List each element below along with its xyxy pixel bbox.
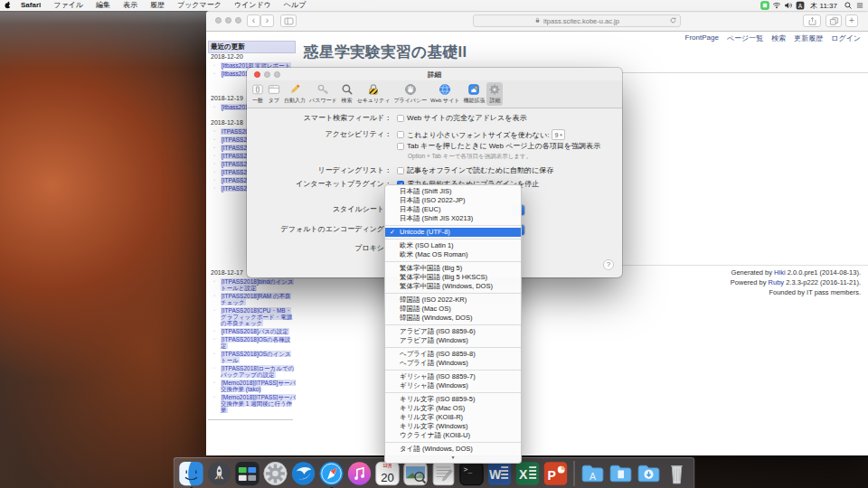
menu-item[interactable]: ウクライナ語 (KOI8-U) <box>385 431 521 440</box>
input-source-icon[interactable]: A <box>795 1 805 11</box>
menu-item[interactable]: 繁体字中国語 (Windows, DOS) <box>385 282 521 291</box>
page-nav-link[interactable]: FrontPage <box>685 33 719 43</box>
menu-item[interactable]: キリル文字 (Mac OS) <box>385 404 521 413</box>
pref-tab-security[interactable]: セキュリティ <box>355 82 392 106</box>
pref-tab-privacy[interactable]: プライバシー <box>392 82 429 106</box>
sidebar-link[interactable]: [ITPASS2018]bindのインストールと設定 <box>221 278 294 291</box>
forward-button[interactable]: › <box>260 14 274 27</box>
menu-item[interactable]: キリル文字 (Windows) <box>385 422 521 431</box>
smart-search-checkbox[interactable] <box>397 115 404 122</box>
menu-item[interactable]: ギリシャ語 (ISO 8859-7) <box>385 372 521 381</box>
menu-bar-item-3[interactable]: 表示 <box>117 1 144 9</box>
dock-safari-icon[interactable] <box>319 461 344 486</box>
spotlight-icon[interactable] <box>843 1 853 11</box>
menu-item[interactable]: キリル文字 (KOI8-R) <box>385 413 521 422</box>
pref-tab-advanced[interactable]: 詳細 <box>486 82 503 106</box>
sidebar-link[interactable]: [ITPASS2018]CPU・MB・グラフィックボード・電源の不良チェック <box>221 307 292 326</box>
menu-bar-item-7[interactable]: ヘルプ <box>278 1 313 9</box>
dock-finder-icon[interactable] <box>179 461 204 486</box>
dock-word-icon[interactable]: W <box>487 461 513 486</box>
share-button[interactable] <box>803 14 821 27</box>
dock-powerpoint-icon[interactable]: P <box>543 461 569 486</box>
close-button[interactable] <box>215 17 222 23</box>
dialog-minimize-button[interactable] <box>264 71 270 78</box>
menu-bar-item-4[interactable]: 履歴 <box>144 1 171 9</box>
menu-item[interactable]: 韓国語 (Mac OS) <box>385 305 521 314</box>
pref-tab-search[interactable]: 検索 <box>339 82 355 106</box>
menu-item[interactable]: タイ語 (Windows, DOS) <box>385 445 521 454</box>
menu-item[interactable]: ギリシャ語 (Windows) <box>385 381 521 390</box>
menu-bar-item-app[interactable]: Safari <box>14 1 47 9</box>
sidebar-link[interactable]: [Memo2018][ITPASS]サーバ交換作業 1 週間後に行う作業 <box>221 394 296 413</box>
dialog-zoom-button[interactable] <box>274 71 280 78</box>
menu-bar-item-2[interactable]: 編集 <box>90 1 117 9</box>
menu-item[interactable]: 繁体字中国語 (Big 5 HKSCS) <box>385 273 521 282</box>
reload-icon[interactable] <box>669 16 677 26</box>
menu-item[interactable]: アラビア語 (ISO 8859-6) <box>385 327 521 336</box>
pref-tab-websites[interactable]: Web サイト <box>429 82 461 106</box>
page-nav-link[interactable]: 検索 <box>771 33 786 43</box>
sidebar-link[interactable]: [ITPASS2018]RAM の不良チェック <box>221 293 291 305</box>
dock-folder-documents-icon[interactable] <box>609 461 634 486</box>
font-size-select[interactable]: 9▾ <box>552 129 564 140</box>
dock-textedit-icon[interactable] <box>431 461 457 486</box>
dock-folder-downloads-icon[interactable] <box>637 461 662 486</box>
dock-excel-icon[interactable]: X <box>515 461 541 486</box>
menu-item[interactable]: 韓国語 (ISO 2022-KR) <box>385 296 521 305</box>
menu-bar-item-1[interactable]: ファイル <box>47 1 90 9</box>
sidebar-link[interactable]: [Memo2018][ITPASS]サーバ交換作業 (tako) <box>221 380 296 392</box>
pref-tab-tabs[interactable]: タブ <box>266 82 282 106</box>
footer-link[interactable]: Ruby <box>769 278 785 286</box>
menu-item[interactable]: 繁体字中国語 (Big 5) <box>385 264 521 273</box>
dialog-close-button[interactable] <box>254 71 260 78</box>
notification-center-icon[interactable] <box>854 1 864 11</box>
menu-item[interactable]: 日本語 (ISO 2022-JP) <box>385 196 521 205</box>
menu-bar-clock[interactable]: 木 11:37 <box>807 1 841 11</box>
pref-tab-autofill[interactable]: 自動入力 <box>282 82 307 106</box>
status-app-icon[interactable] <box>760 1 769 11</box>
menu-item[interactable]: キリル文字 (ISO 8859-5) <box>385 395 521 404</box>
page-nav-link[interactable]: ページ一覧 <box>727 33 763 43</box>
apple-menu[interactable] <box>0 1 14 11</box>
menu-item[interactable]: 欧米 (Mac OS Roman) <box>385 250 521 259</box>
dock-mission-control-icon[interactable] <box>235 461 260 486</box>
dock-itunes-icon[interactable] <box>347 461 373 486</box>
dock-preview-icon[interactable] <box>403 461 429 486</box>
reading-list-checkbox[interactable] <box>397 167 404 174</box>
volume-icon[interactable] <box>783 1 793 11</box>
menu-item[interactable]: ✓Unicode (UTF-8) <box>385 228 521 237</box>
menu-item[interactable]: ヘブライ語 (ISO 8859-8) <box>385 350 521 359</box>
scroll-down-icon[interactable]: ▼ <box>385 454 521 461</box>
pref-tab-extensions[interactable]: 機能拡張 <box>461 82 486 106</box>
wifi-icon[interactable] <box>771 1 781 11</box>
help-button[interactable]: ? <box>603 259 614 270</box>
page-nav-link[interactable]: 更新履歴 <box>794 33 823 43</box>
footer-link[interactable]: Hiki <box>774 268 786 277</box>
new-tab-button[interactable]: + <box>845 14 858 27</box>
pref-tab-passwords[interactable]: パスワード <box>307 82 339 106</box>
address-bar[interactable]: itpass.scitec.kobe-u.ac.jp <box>473 14 681 27</box>
menu-bar-item-6[interactable]: ウインドウ <box>228 1 278 9</box>
sidebar-toggle-button[interactable] <box>280 14 297 27</box>
menu-item[interactable]: 日本語 (EUC) <box>385 205 521 214</box>
menu-item[interactable]: 日本語 (Shift JIS X0213) <box>385 214 521 223</box>
zoom-button[interactable] <box>235 17 241 23</box>
pref-tab-general[interactable]: 一般 <box>250 82 266 106</box>
menu-item[interactable]: アラビア語 (Windows) <box>385 336 521 345</box>
sidebar-link[interactable]: [ITPASS2018]パスの設定 <box>221 328 289 334</box>
menu-item[interactable]: ヘブライ語 (Windows) <box>385 359 521 368</box>
dock-calendar-icon[interactable]: 12月20 <box>375 461 401 486</box>
menu-item[interactable]: 欧米 (ISO Latin 1) <box>385 241 521 250</box>
tab-overview-button[interactable] <box>826 14 842 27</box>
sidebar-link[interactable]: [ITPASS2018]OSの各種設定 <box>221 336 290 349</box>
page-nav-link[interactable]: ログイン <box>831 33 861 43</box>
dock-terminal-icon[interactable]: >_ <box>459 461 485 486</box>
back-button[interactable]: ‹ <box>247 14 260 27</box>
minimize-button[interactable] <box>225 17 231 23</box>
tab-highlight-checkbox[interactable] <box>397 143 404 150</box>
dock-thunderbird-icon[interactable] <box>291 461 316 486</box>
menu-bar-item-5[interactable]: ブックマーク <box>171 1 228 9</box>
dock-folder-applications-icon[interactable]: A <box>580 461 606 486</box>
menu-item[interactable]: 韓国語 (Windows, DOS) <box>385 314 521 323</box>
sidebar-link[interactable]: [ITPASS2018]ローカルでのバックアップの設定 <box>221 365 294 378</box>
